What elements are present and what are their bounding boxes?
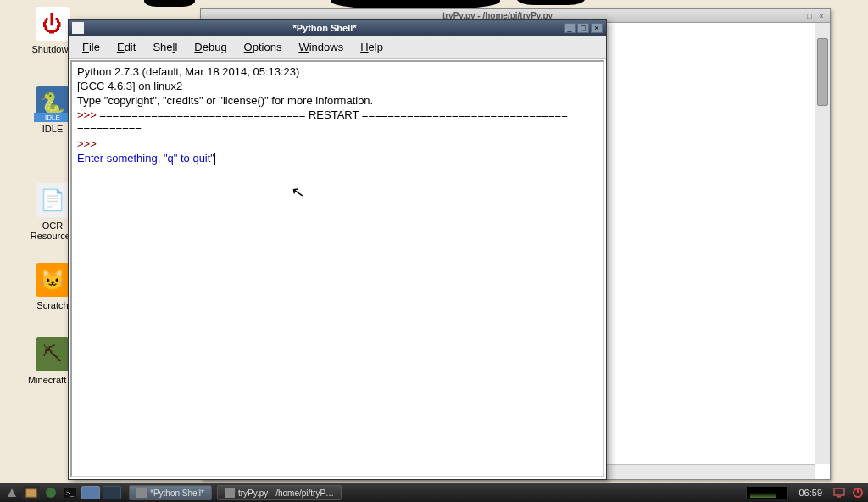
shell-title: *Python Shell* [87, 23, 562, 33]
svg-text:>_: >_ [66, 489, 75, 497]
minimize-button[interactable]: _ [793, 12, 803, 20]
browser-launcher[interactable] [42, 486, 59, 499]
maximize-button[interactable]: □ [804, 12, 815, 20]
close-button[interactable]: × [591, 23, 603, 33]
svg-rect-5 [837, 496, 841, 498]
taskbar-task[interactable]: *Python Shell* [129, 485, 212, 500]
python-shell-window[interactable]: *Python Shell* _ □ × File Edit Shell Deb… [68, 19, 607, 480]
menu-shell[interactable]: Shell [144, 38, 186, 56]
prompt: >>> [77, 137, 99, 150]
app-icon: 📄 [36, 183, 70, 217]
screen-icon[interactable] [832, 486, 846, 499]
gcc-line: [GCC 4.6.3] on linux2 [77, 80, 182, 92]
close-button[interactable]: × [816, 12, 826, 20]
menu-windows[interactable]: Windows [290, 38, 352, 56]
version-line: Python 2.7.3 (default, Mar 18 2014, 05:1… [77, 65, 303, 78]
task-icon [225, 488, 235, 498]
taskbar: >_ *Python Shell*tryPy.py - /home/pi/try… [0, 483, 868, 502]
app-icon [72, 22, 84, 34]
program-output: Enter something, "q" to quit" [77, 152, 214, 165]
minimize-button[interactable]: _ [564, 23, 576, 33]
restart-tail: ========== [77, 123, 142, 136]
shell-text-area[interactable]: Python 2.7.3 (default, Mar 18 2014, 05:1… [70, 60, 604, 477]
power-icon[interactable] [851, 486, 865, 499]
pager-2[interactable] [103, 486, 121, 499]
maximize-button[interactable]: □ [577, 23, 589, 33]
svg-rect-4 [834, 488, 844, 495]
terminal-launcher[interactable]: >_ [62, 486, 79, 499]
menubar: File Edit Shell Debug Options Windows He… [69, 36, 606, 59]
start-menu-button[interactable] [3, 486, 20, 499]
svg-point-1 [46, 488, 56, 498]
clock[interactable]: 06:59 [793, 488, 827, 498]
info-line: Type "copyright", "credits" or "license(… [77, 94, 373, 107]
text-cursor [214, 153, 215, 165]
menu-debug[interactable]: Debug [186, 38, 235, 56]
taskbar-task[interactable]: tryPy.py - /home/pi/tryP… [217, 485, 342, 500]
file-manager-launcher[interactable] [23, 486, 40, 499]
menu-file[interactable]: File [74, 38, 108, 56]
pager-1[interactable] [81, 486, 100, 499]
menu-options[interactable]: Options [236, 38, 291, 56]
app-icon: ⏻ [36, 7, 70, 41]
vertical-scrollbar[interactable] [815, 23, 830, 464]
task-label: tryPy.py - /home/pi/tryP… [238, 488, 334, 498]
shell-titlebar[interactable]: *Python Shell* _ □ × [69, 20, 606, 36]
app-icon: 🐱 [36, 263, 70, 297]
svg-rect-0 [26, 489, 36, 497]
menu-help[interactable]: Help [352, 38, 392, 56]
app-icon: 🐍IDLE [36, 86, 70, 120]
prompt: >>> [77, 109, 99, 121]
task-label: *Python Shell* [150, 488, 204, 498]
system-tray: 06:59 [746, 486, 865, 499]
scrollbar-thumb[interactable] [817, 38, 828, 106]
cpu-graph[interactable] [746, 486, 788, 499]
menu-edit[interactable]: Edit [108, 38, 144, 56]
app-icon: ⛏ [36, 337, 70, 371]
task-icon [136, 488, 147, 498]
restart-banner: ================================ RESTART… [99, 109, 567, 121]
